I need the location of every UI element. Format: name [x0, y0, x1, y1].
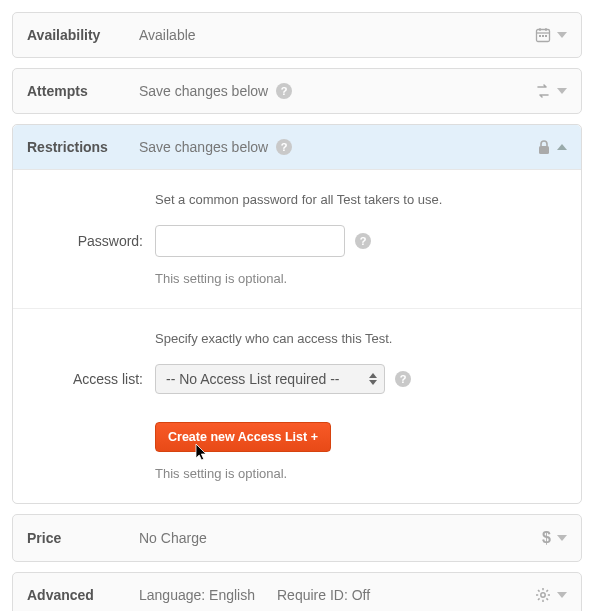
advanced-require-id: Require ID: Off	[277, 587, 370, 603]
panel-restrictions: Restrictions Save changes below ? Set a …	[12, 124, 582, 504]
svg-point-8	[541, 593, 545, 597]
panel-advanced: Advanced Language: English Require ID: O…	[12, 572, 582, 611]
panel-summary-text: Save changes below	[139, 139, 268, 155]
access-label: Access list:	[27, 371, 155, 387]
svg-line-14	[546, 598, 548, 600]
chevron-down-icon	[557, 592, 567, 598]
chevron-down-icon	[557, 88, 567, 94]
language-label: Language:	[139, 587, 205, 603]
panel-summary-text: Save changes below	[139, 83, 268, 99]
panel-header-attempts[interactable]: Attempts Save changes below ?	[13, 69, 581, 113]
panel-title: Price	[27, 530, 139, 546]
svg-rect-6	[545, 35, 547, 37]
access-button-wrap: Create new Access List +	[27, 394, 567, 452]
panel-header-restrictions[interactable]: Restrictions Save changes below ?	[13, 125, 581, 169]
help-icon[interactable]: ?	[276, 139, 292, 155]
language-value: English	[209, 587, 255, 603]
chevron-up-icon	[557, 144, 567, 150]
svg-rect-5	[542, 35, 544, 37]
panel-availability: Availability Available	[12, 12, 582, 58]
svg-line-16	[546, 590, 548, 592]
chevron-down-icon	[557, 32, 567, 38]
access-list-select[interactable]: -- No Access List required --	[155, 364, 385, 394]
lock-icon	[537, 139, 551, 155]
advanced-language: Language: English	[139, 587, 255, 603]
panel-header-price[interactable]: Price No Charge $	[13, 515, 581, 561]
require-id-label: Require ID:	[277, 587, 348, 603]
panel-summary: Save changes below ?	[139, 83, 535, 99]
panel-header-advanced[interactable]: Advanced Language: English Require ID: O…	[13, 573, 581, 611]
panel-header-icons	[537, 139, 567, 155]
panel-summary: Language: English Require ID: Off	[139, 587, 535, 603]
section-password: Set a common password for all Test taker…	[13, 170, 581, 308]
password-row: Password: ?	[27, 225, 567, 257]
panel-title: Restrictions	[27, 139, 139, 155]
access-row: Access list: -- No Access List required …	[27, 364, 567, 394]
retry-icon	[535, 83, 551, 99]
access-description: Specify exactly who can access this Test…	[155, 331, 567, 346]
panel-header-availability[interactable]: Availability Available	[13, 13, 581, 57]
gear-icon	[535, 587, 551, 603]
panel-header-icons	[535, 27, 567, 43]
panel-summary: Available	[139, 27, 535, 43]
svg-line-15	[538, 598, 540, 600]
panel-attempts: Attempts Save changes below ?	[12, 68, 582, 114]
password-label: Password:	[27, 233, 155, 249]
section-access-list: Specify exactly who can access this Test…	[13, 308, 581, 503]
panel-summary: No Charge	[139, 530, 542, 546]
require-id-value: Off	[352, 587, 370, 603]
panel-title: Attempts	[27, 83, 139, 99]
password-hint: This setting is optional.	[155, 271, 567, 286]
create-access-list-button[interactable]: Create new Access List +	[155, 422, 331, 452]
svg-line-13	[538, 590, 540, 592]
svg-rect-7	[539, 146, 549, 154]
panel-body-restrictions: Set a common password for all Test taker…	[13, 169, 581, 503]
svg-rect-4	[539, 35, 541, 37]
password-input[interactable]	[155, 225, 345, 257]
chevron-down-icon	[557, 535, 567, 541]
access-select-wrap: -- No Access List required --	[155, 364, 385, 394]
panel-title: Availability	[27, 27, 139, 43]
help-icon[interactable]: ?	[395, 371, 411, 387]
access-hint: This setting is optional.	[155, 466, 567, 481]
password-description: Set a common password for all Test taker…	[155, 192, 567, 207]
panel-title: Advanced	[27, 587, 139, 603]
panel-price: Price No Charge $	[12, 514, 582, 562]
help-icon[interactable]: ?	[276, 83, 292, 99]
panel-header-icons: $	[542, 529, 567, 547]
panel-header-icons	[535, 83, 567, 99]
panel-summary: Save changes below ?	[139, 139, 537, 155]
panel-header-icons	[535, 587, 567, 603]
dollar-icon: $	[542, 529, 551, 547]
calendar-icon	[535, 27, 551, 43]
help-icon[interactable]: ?	[355, 233, 371, 249]
